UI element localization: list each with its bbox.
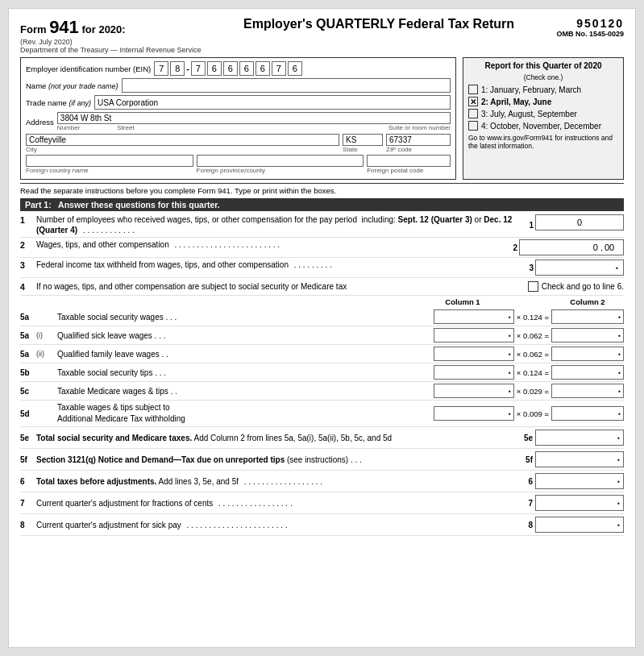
quarter-checkbox-1[interactable] bbox=[468, 85, 478, 94]
address-label: Address bbox=[26, 118, 54, 127]
line2-row: 2 Wages, tips, and other compensation . … bbox=[20, 238, 624, 258]
quarter-option-2[interactable]: ✕ 2: April, May, June bbox=[468, 97, 618, 106]
line4-num: 4 bbox=[20, 281, 36, 292]
form-main-title: Employer's QUARTERLY Federal Tax Return bbox=[210, 17, 549, 31]
address-suite-sublabel: Suite or room number bbox=[388, 124, 451, 131]
line5a-mult: × 0.124 = bbox=[514, 313, 551, 322]
line3-answer[interactable]: ▪ bbox=[535, 259, 624, 276]
foreign-postal-input[interactable] bbox=[367, 155, 451, 167]
trade-name-input[interactable] bbox=[94, 95, 451, 110]
line5aii-col1[interactable]: ▪ bbox=[434, 347, 514, 361]
zip-input[interactable] bbox=[386, 134, 451, 146]
name-input[interactable] bbox=[122, 78, 451, 93]
omb-label: OMB No. 1545-0029 bbox=[556, 30, 624, 38]
quarter-check-one: (Check one.) bbox=[468, 73, 618, 81]
line5a-col1[interactable]: ▪ bbox=[434, 309, 514, 324]
ein-digit-3[interactable]: 7 bbox=[191, 61, 206, 76]
ein-digit-6[interactable]: 6 bbox=[239, 61, 254, 76]
ein-label: Employer identification number (EIN) bbox=[26, 64, 151, 73]
city-input[interactable] bbox=[26, 134, 339, 146]
line3-ref: 3 bbox=[521, 264, 534, 272]
form-header: Form 941 for 2020: (Rev. July 2020) Depa… bbox=[20, 17, 624, 54]
line5e-text: Total social security and Medicare taxes… bbox=[36, 434, 515, 442]
quarter-checkbox-3[interactable] bbox=[468, 109, 478, 118]
form-year: for 2020: bbox=[81, 23, 125, 35]
ein-digit-2[interactable]: 8 bbox=[170, 61, 185, 76]
foreign-country-input[interactable] bbox=[26, 155, 193, 167]
line7-ref: 7 bbox=[515, 499, 533, 508]
foreign-province-input[interactable] bbox=[197, 155, 364, 167]
employer-section: Employer identification number (EIN) 7 8… bbox=[20, 57, 624, 180]
line5ai-col1-dot: ▪ bbox=[509, 332, 511, 339]
ein-digit-1[interactable]: 7 bbox=[154, 61, 168, 76]
line5a-col2[interactable]: ▪ bbox=[551, 309, 624, 324]
city-state-zip-row: City State ZIP code bbox=[26, 134, 451, 153]
line5c-mult: × 0.029 = bbox=[514, 387, 551, 396]
line5d-col2[interactable]: ▪ bbox=[551, 406, 624, 421]
line5e-answer[interactable]: ▪ bbox=[535, 430, 624, 446]
line5ai-col2[interactable]: ▪ bbox=[551, 328, 624, 343]
line5f-answer[interactable]: ▪ bbox=[535, 451, 624, 467]
line5a-col1-dot: ▪ bbox=[509, 313, 511, 321]
line5b-col2[interactable]: ▪ bbox=[551, 365, 624, 380]
quarter-option-1[interactable]: 1: January, February, March bbox=[468, 85, 618, 94]
form-title-block: Form 941 for 2020: (Rev. July 2020) Depa… bbox=[20, 17, 202, 54]
line4-checkbox[interactable] bbox=[528, 281, 538, 292]
line5b-col1[interactable]: ▪ bbox=[434, 365, 514, 380]
line5aii-col1-dot: ▪ bbox=[509, 351, 511, 358]
part1-label: Part 1: bbox=[25, 200, 52, 210]
quarter-checkbox-4[interactable] bbox=[468, 121, 478, 131]
line5aii-row: 5a (ii) Qualified family leave wages . .… bbox=[20, 345, 624, 363]
form-number-big: 941 bbox=[49, 17, 79, 37]
line4-check-label: Check and go to line 6. bbox=[542, 282, 624, 291]
line2-cents: 00 bbox=[604, 243, 623, 252]
line5d-col1[interactable]: ▪ bbox=[434, 406, 514, 421]
line6-answer[interactable]: ▪ bbox=[535, 473, 624, 489]
ein-row: Employer identification number (EIN) 7 8… bbox=[26, 61, 451, 76]
ein-digit-4[interactable]: 6 bbox=[207, 61, 222, 76]
line1-answer[interactable]: 0 bbox=[535, 214, 624, 230]
line5c-row: 5c Taxable Medicare wages & tips . . ▪ ×… bbox=[20, 382, 624, 401]
line7-answer[interactable]: ▪ bbox=[535, 495, 624, 511]
ein-digit-5[interactable]: 6 bbox=[223, 61, 238, 76]
line2-ref: 2 bbox=[505, 243, 517, 252]
line5d-text: Taxable wages & tips subject toAdditiona… bbox=[57, 402, 434, 425]
line5c-col1[interactable]: ▪ bbox=[434, 384, 514, 398]
line5aii-col2-dot: ▪ bbox=[618, 351, 621, 358]
form-941-page: Form 941 for 2020: (Rev. July 2020) Depa… bbox=[8, 8, 636, 648]
line5a-row: 5a Taxable social security wages . . . ▪… bbox=[20, 308, 624, 326]
line3-text: Federal income tax withheld from wages, … bbox=[36, 259, 521, 270]
address-street-sublabel: Street bbox=[117, 124, 134, 131]
ein-digit-8[interactable]: 7 bbox=[272, 61, 286, 76]
line5f-dot: ▪ bbox=[617, 456, 620, 463]
line5d-num: 5d bbox=[20, 409, 36, 418]
quarter-option-4[interactable]: 4: October, November, December bbox=[468, 121, 618, 131]
state-input[interactable] bbox=[343, 134, 383, 146]
line4-check[interactable]: Check and go to line 6. bbox=[528, 281, 624, 292]
ein-digit-9[interactable]: 6 bbox=[288, 61, 302, 76]
quarter-option-3[interactable]: 3: July, August, September bbox=[468, 109, 618, 118]
line2-answer[interactable]: 0 . 00 bbox=[519, 239, 624, 255]
line8-row: 8 Current quarter's adjustment for sick … bbox=[20, 514, 624, 536]
line8-text: Current quarter's adjustment for sick pa… bbox=[36, 521, 515, 529]
line8-answer[interactable]: ▪ bbox=[535, 517, 624, 533]
line5d-row: 5d Taxable wages & tips subject toAdditi… bbox=[20, 401, 624, 427]
line5ai-col1[interactable]: ▪ bbox=[434, 328, 514, 343]
col-headers: Column 1 Column 2 bbox=[20, 296, 624, 308]
line6-ref: 6 bbox=[515, 477, 533, 486]
line5f-text: Section 3121(q) Notice and Demand—Tax du… bbox=[36, 455, 515, 464]
line5b-num: 5b bbox=[20, 368, 36, 377]
line5aii-col2[interactable]: ▪ bbox=[551, 347, 624, 361]
line5b-text: Taxable social security tips . . . bbox=[57, 368, 434, 377]
quarter-box: Report for this Quarter of 2020 (Check o… bbox=[463, 57, 624, 180]
line5f-row: 5f Section 3121(q) Notice and Demand—Tax… bbox=[20, 449, 624, 471]
line6-dot: ▪ bbox=[617, 478, 620, 485]
line5e-ref: 5e bbox=[515, 434, 533, 442]
line5a-col2-dot: ▪ bbox=[618, 313, 621, 321]
line5c-col1-dot: ▪ bbox=[509, 388, 511, 395]
ein-digit-7[interactable]: 6 bbox=[256, 61, 270, 76]
address-number-input[interactable] bbox=[57, 112, 451, 124]
quarter-checkbox-2[interactable]: ✕ bbox=[468, 97, 478, 106]
col1-header: Column 1 bbox=[422, 297, 503, 306]
line5c-col2[interactable]: ▪ bbox=[551, 384, 624, 398]
